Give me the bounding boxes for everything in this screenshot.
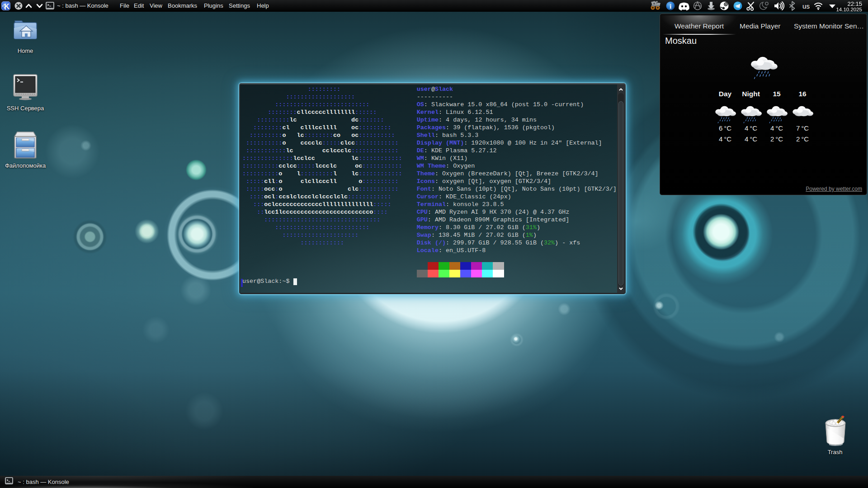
svg-text:us: us bbox=[802, 2, 810, 10]
svg-text:K: K bbox=[4, 3, 9, 10]
svg-text:i: i bbox=[670, 3, 671, 10]
